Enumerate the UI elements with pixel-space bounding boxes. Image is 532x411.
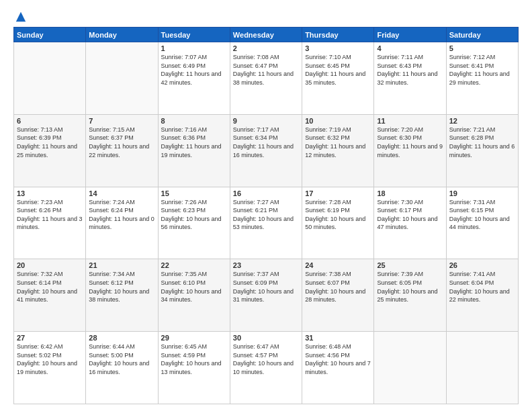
calendar-cell-1-4: 2Sunrise: 7:08 AM Sunset: 6:47 PM Daylig… [230, 42, 302, 115]
cell-info: Sunrise: 7:30 AM Sunset: 6:17 PM Dayligh… [377, 198, 443, 232]
day-number: 21 [89, 261, 154, 269]
calendar-cell-5-5: 31Sunrise: 6:48 AM Sunset: 4:56 PM Dayli… [302, 332, 374, 404]
calendar-header-thursday: Thursday [302, 28, 374, 42]
calendar-cell-4-5: 24Sunrise: 7:38 AM Sunset: 6:07 PM Dayli… [302, 259, 374, 332]
cell-info: Sunrise: 7:41 AM Sunset: 6:04 PM Dayligh… [449, 270, 515, 304]
day-number: 18 [377, 189, 443, 197]
day-number: 2 [233, 44, 299, 52]
cell-info: Sunrise: 7:11 AM Sunset: 6:43 PM Dayligh… [377, 53, 443, 87]
calendar-cell-2-1: 6Sunrise: 7:13 AM Sunset: 6:39 PM Daylig… [14, 114, 86, 187]
calendar-header-tuesday: Tuesday [158, 28, 230, 42]
day-number: 29 [161, 334, 227, 342]
cell-info: Sunrise: 7:37 AM Sunset: 6:09 PM Dayligh… [233, 270, 299, 304]
calendar-cell-3-3: 15Sunrise: 7:26 AM Sunset: 6:23 PM Dayli… [158, 187, 230, 259]
day-number: 6 [17, 117, 83, 125]
day-number: 31 [305, 334, 371, 342]
cell-info: Sunrise: 7:31 AM Sunset: 6:15 PM Dayligh… [449, 198, 515, 232]
cell-info: Sunrise: 6:45 AM Sunset: 4:59 PM Dayligh… [161, 342, 227, 376]
cell-info: Sunrise: 6:47 AM Sunset: 4:57 PM Dayligh… [233, 342, 299, 376]
calendar-week-row-1: 1Sunrise: 7:07 AM Sunset: 6:49 PM Daylig… [14, 42, 519, 115]
day-number: 12 [449, 117, 515, 125]
cell-info: Sunrise: 7:20 AM Sunset: 6:30 PM Dayligh… [377, 126, 443, 159]
day-number: 25 [377, 261, 443, 269]
calendar-cell-2-7: 12Sunrise: 7:21 AM Sunset: 6:28 PM Dayli… [446, 114, 518, 187]
page: SundayMondayTuesdayWednesdayThursdayFrid… [0, 0, 532, 411]
cell-info: Sunrise: 7:19 AM Sunset: 6:32 PM Dayligh… [305, 126, 371, 159]
day-number: 19 [449, 189, 515, 197]
calendar-cell-4-2: 21Sunrise: 7:34 AM Sunset: 6:12 PM Dayli… [86, 259, 158, 332]
calendar-body: 1Sunrise: 7:07 AM Sunset: 6:49 PM Daylig… [14, 42, 519, 404]
day-number: 13 [17, 189, 83, 197]
logo-icon [15, 11, 27, 23]
calendar-cell-4-4: 23Sunrise: 7:37 AM Sunset: 6:09 PM Dayli… [230, 259, 302, 332]
day-number: 17 [305, 189, 371, 197]
calendar-week-row-2: 6Sunrise: 7:13 AM Sunset: 6:39 PM Daylig… [14, 114, 519, 187]
cell-info: Sunrise: 7:21 AM Sunset: 6:28 PM Dayligh… [449, 126, 515, 159]
calendar-cell-5-2: 28Sunrise: 6:44 AM Sunset: 5:00 PM Dayli… [86, 332, 158, 404]
day-number: 11 [377, 117, 443, 125]
cell-info: Sunrise: 7:12 AM Sunset: 6:41 PM Dayligh… [449, 53, 515, 87]
calendar-table: SundayMondayTuesdayWednesdayThursdayFrid… [13, 27, 519, 404]
calendar-cell-1-2 [86, 42, 158, 115]
calendar-cell-5-7 [446, 332, 518, 404]
cell-info: Sunrise: 7:23 AM Sunset: 6:26 PM Dayligh… [17, 198, 83, 232]
svg-marker-0 [16, 12, 26, 21]
calendar-cell-3-4: 16Sunrise: 7:27 AM Sunset: 6:21 PM Dayli… [230, 187, 302, 259]
calendar-cell-5-1: 27Sunrise: 6:42 AM Sunset: 5:02 PM Dayli… [14, 332, 86, 404]
cell-info: Sunrise: 6:42 AM Sunset: 5:02 PM Dayligh… [17, 342, 83, 376]
calendar-cell-4-3: 22Sunrise: 7:35 AM Sunset: 6:10 PM Dayli… [158, 259, 230, 332]
day-number: 23 [233, 261, 299, 269]
cell-info: Sunrise: 6:44 AM Sunset: 5:00 PM Dayligh… [89, 342, 154, 376]
calendar-header-saturday: Saturday [446, 28, 518, 42]
calendar-week-row-5: 27Sunrise: 6:42 AM Sunset: 5:02 PM Dayli… [14, 332, 519, 404]
day-number: 4 [377, 44, 443, 52]
calendar-cell-5-6 [374, 332, 446, 404]
day-number: 10 [305, 117, 371, 125]
calendar-cell-2-3: 8Sunrise: 7:16 AM Sunset: 6:36 PM Daylig… [158, 114, 230, 187]
cell-info: Sunrise: 7:15 AM Sunset: 6:37 PM Dayligh… [89, 126, 154, 159]
day-number: 5 [449, 44, 515, 52]
day-number: 9 [233, 117, 299, 125]
calendar-cell-3-2: 14Sunrise: 7:24 AM Sunset: 6:24 PM Dayli… [86, 187, 158, 259]
cell-info: Sunrise: 6:48 AM Sunset: 4:56 PM Dayligh… [305, 342, 371, 376]
calendar-cell-2-6: 11Sunrise: 7:20 AM Sunset: 6:30 PM Dayli… [374, 114, 446, 187]
cell-info: Sunrise: 7:07 AM Sunset: 6:49 PM Dayligh… [161, 53, 227, 87]
calendar-cell-4-6: 25Sunrise: 7:39 AM Sunset: 6:05 PM Dayli… [374, 259, 446, 332]
calendar-cell-3-5: 17Sunrise: 7:28 AM Sunset: 6:19 PM Dayli… [302, 187, 374, 259]
cell-info: Sunrise: 7:26 AM Sunset: 6:23 PM Dayligh… [161, 198, 227, 232]
cell-info: Sunrise: 7:24 AM Sunset: 6:24 PM Dayligh… [89, 198, 154, 232]
day-number: 15 [161, 189, 227, 197]
day-number: 30 [233, 334, 299, 342]
calendar-cell-1-7: 5Sunrise: 7:12 AM Sunset: 6:41 PM Daylig… [446, 42, 518, 115]
day-number: 3 [305, 44, 371, 52]
logo-text [13, 11, 27, 23]
calendar-cell-2-5: 10Sunrise: 7:19 AM Sunset: 6:32 PM Dayli… [302, 114, 374, 187]
calendar-cell-4-7: 26Sunrise: 7:41 AM Sunset: 6:04 PM Dayli… [446, 259, 518, 332]
calendar-week-row-3: 13Sunrise: 7:23 AM Sunset: 6:26 PM Dayli… [14, 187, 519, 259]
calendar-cell-3-7: 19Sunrise: 7:31 AM Sunset: 6:15 PM Dayli… [446, 187, 518, 259]
calendar-cell-1-6: 4Sunrise: 7:11 AM Sunset: 6:43 PM Daylig… [374, 42, 446, 115]
day-number: 16 [233, 189, 299, 197]
cell-info: Sunrise: 7:08 AM Sunset: 6:47 PM Dayligh… [233, 53, 299, 87]
calendar-cell-3-6: 18Sunrise: 7:30 AM Sunset: 6:17 PM Dayli… [374, 187, 446, 259]
day-number: 26 [449, 261, 515, 269]
cell-info: Sunrise: 7:17 AM Sunset: 6:34 PM Dayligh… [233, 126, 299, 159]
day-number: 14 [89, 189, 154, 197]
cell-info: Sunrise: 7:10 AM Sunset: 6:45 PM Dayligh… [305, 53, 371, 87]
calendar-header-wednesday: Wednesday [230, 28, 302, 42]
logo [13, 11, 27, 21]
cell-info: Sunrise: 7:32 AM Sunset: 6:14 PM Dayligh… [17, 270, 83, 304]
day-number: 7 [89, 117, 154, 125]
calendar-cell-5-4: 30Sunrise: 6:47 AM Sunset: 4:57 PM Dayli… [230, 332, 302, 404]
cell-info: Sunrise: 7:38 AM Sunset: 6:07 PM Dayligh… [305, 270, 371, 304]
calendar-cell-2-4: 9Sunrise: 7:17 AM Sunset: 6:34 PM Daylig… [230, 114, 302, 187]
cell-info: Sunrise: 7:13 AM Sunset: 6:39 PM Dayligh… [17, 126, 83, 159]
calendar-week-row-4: 20Sunrise: 7:32 AM Sunset: 6:14 PM Dayli… [14, 259, 519, 332]
calendar-cell-1-1 [14, 42, 86, 115]
header [13, 11, 519, 21]
day-number: 20 [17, 261, 83, 269]
cell-info: Sunrise: 7:27 AM Sunset: 6:21 PM Dayligh… [233, 198, 299, 232]
day-number: 28 [89, 334, 154, 342]
cell-info: Sunrise: 7:34 AM Sunset: 6:12 PM Dayligh… [89, 270, 154, 304]
cell-info: Sunrise: 7:28 AM Sunset: 6:19 PM Dayligh… [305, 198, 371, 232]
